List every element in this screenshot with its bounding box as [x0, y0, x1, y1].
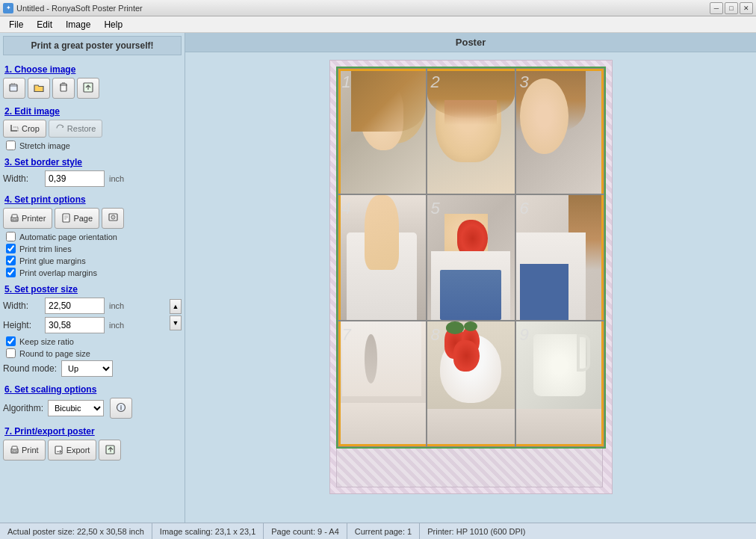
poster-height-row: Height: inch [3, 317, 168, 333]
menu-image[interactable]: Image [60, 18, 96, 31]
border-width-input[interactable] [45, 170, 105, 187]
title-bar-controls[interactable]: ─ □ ✕ [710, 2, 753, 14]
crop-button[interactable]: Crop [3, 120, 46, 138]
printer-button[interactable]: Printer [3, 208, 52, 229]
glue-margins-checkbox[interactable] [6, 256, 16, 265]
section-scaling[interactable]: 6. Set scaling options [4, 384, 182, 395]
page-button-label: Page [73, 214, 93, 223]
round-mode-label: Round mode: [3, 363, 57, 374]
poster-cell-4: 4 [338, 194, 427, 321]
print-preview-button[interactable] [102, 208, 124, 229]
poster-cell-1: 1 [338, 68, 427, 194]
trim-lines-label: Print trim lines [19, 244, 72, 253]
size-scroll-arrows[interactable]: ▲ ▼ [170, 299, 182, 330]
image-scaling-status: Image scaling: 23,1 x 23,1 [152, 523, 264, 539]
load-file-button[interactable] [3, 78, 25, 99]
restore-icon [55, 123, 65, 135]
border-width-unit: inch [109, 174, 124, 183]
keep-ratio-checkbox[interactable] [6, 336, 16, 346]
overlap-margins-checkbox[interactable] [6, 268, 16, 277]
section-print-options[interactable]: 4. Set print options [4, 194, 182, 205]
printer-status: Printer: HP 1010 (600 DPI) [420, 523, 533, 539]
print-button-label: Print [22, 446, 39, 455]
glue-margins-label: Print glue margins [19, 256, 86, 265]
orange-highlight-1 [338, 69, 426, 194]
section-print-export[interactable]: 7. Print/export poster [4, 426, 182, 437]
poster-height-input[interactable] [45, 317, 105, 333]
export-button-label: Export [66, 446, 90, 455]
poster-width-row: Width: inch [3, 298, 168, 314]
print-export-buttons: Print Export [3, 440, 182, 461]
poster-overflow-area [336, 449, 603, 487]
poster-height-unit: inch [109, 321, 124, 330]
orange-highlight-3 [516, 69, 604, 194]
section-edit-image[interactable]: 2. Edit image [4, 106, 182, 117]
poster-width-input[interactable] [45, 298, 105, 314]
poster-cell-6: 6 [515, 194, 604, 321]
crop-icon [10, 123, 19, 135]
scroll-up-button[interactable]: ▲ [170, 299, 182, 314]
restore-label: Restore [67, 124, 96, 133]
orange-highlight-2 [427, 69, 515, 194]
title-bar-left: ✦ Untitled - RonyaSoft Poster Printer [3, 3, 143, 13]
menu-help[interactable]: Help [98, 18, 128, 31]
left-panel: Print a great poster yourself! 1. Choose… [0, 33, 185, 523]
round-page-checkbox[interactable] [6, 348, 16, 358]
printer-text: Printer: HP 1010 (600 DPI) [427, 527, 525, 536]
main-area: Print a great poster yourself! 1. Choose… [0, 33, 756, 523]
export-icon [83, 82, 93, 94]
algorithm-select[interactable]: Bicubic Bilinear Nearest neighbor [48, 400, 104, 416]
share-button[interactable] [99, 440, 121, 461]
svg-point-9 [112, 216, 114, 218]
close-button[interactable]: ✕ [740, 2, 753, 14]
printer-icon [10, 213, 19, 224]
poster-width-label: Width: [3, 301, 40, 311]
clear-image-button[interactable] [52, 78, 75, 99]
print-preview-icon [108, 213, 118, 224]
load-folder-button[interactable] [28, 78, 50, 99]
maximize-button[interactable]: □ [725, 2, 738, 14]
overlap-margins-row: Print overlap margins [3, 268, 182, 277]
page-button[interactable]: Page [55, 208, 99, 229]
choose-image-buttons [3, 78, 182, 99]
trim-lines-checkbox[interactable] [6, 244, 16, 253]
orange-highlight-8 [427, 321, 515, 446]
crop-label: Crop [22, 124, 40, 133]
right-panel: Poster [185, 33, 756, 523]
stretch-image-checkbox[interactable] [6, 141, 16, 150]
menu-file[interactable]: File [3, 18, 29, 31]
svg-rect-0 [10, 84, 17, 91]
poster-cell-5: 5 [427, 194, 515, 321]
scroll-down-button[interactable]: ▼ [170, 315, 182, 330]
export-button[interactable]: Export [48, 440, 97, 461]
keep-ratio-label: Keep size ratio [19, 337, 74, 346]
auto-orient-row: Automatic page orientation [3, 232, 182, 241]
share-icon [105, 445, 115, 456]
border-width-row: Width: inch [3, 170, 182, 187]
keep-ratio-row: Keep size ratio [3, 336, 182, 346]
stretch-image-row: Stretch image [3, 141, 182, 150]
algorithm-row: Algorithm: Bicubic Bilinear Nearest neig… [3, 398, 182, 419]
section-poster-size[interactable]: 5. Set poster size [4, 284, 182, 295]
image-scaling-text: Image scaling: 23,1 x 23,1 [160, 527, 255, 536]
print-icon [10, 445, 19, 456]
menu-edit[interactable]: Edit [31, 18, 58, 31]
glue-margins-row: Print glue margins [3, 256, 182, 265]
algorithm-info-button[interactable] [110, 398, 132, 419]
orange-highlight-6 [516, 195, 604, 320]
auto-orient-checkbox[interactable] [6, 232, 16, 241]
restore-button[interactable]: Restore [49, 120, 103, 138]
round-mode-select[interactable]: Up Down Nearest [61, 360, 113, 377]
cell-number-5: 5 [431, 199, 440, 218]
load-file-icon [9, 82, 19, 94]
info-icon [116, 402, 126, 414]
section-choose-image[interactable]: 1. Choose image [4, 64, 182, 75]
export-image-button[interactable] [77, 78, 99, 99]
print-button[interactable]: Print [3, 440, 46, 461]
app-icon: ✦ [3, 3, 13, 13]
svg-rect-5 [13, 219, 16, 221]
poster-cell-9: 9 [515, 321, 604, 447]
svg-rect-4 [12, 215, 17, 218]
minimize-button[interactable]: ─ [710, 2, 723, 14]
section-border-style[interactable]: 3. Set border style [4, 157, 182, 167]
